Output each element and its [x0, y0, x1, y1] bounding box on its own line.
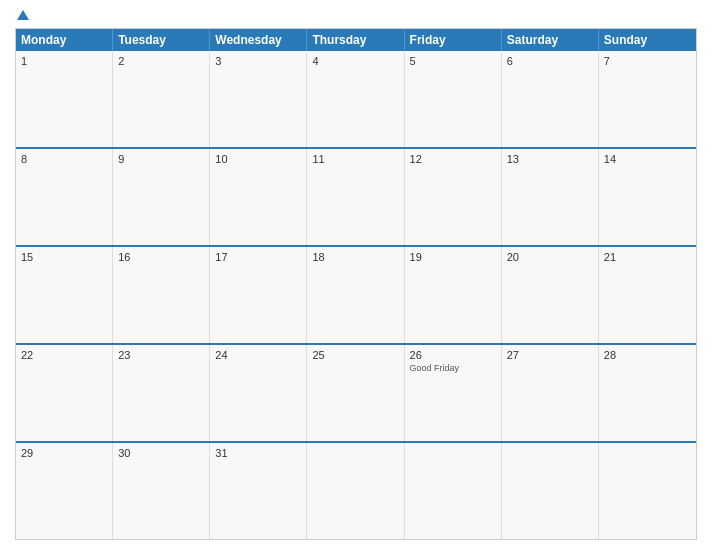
calendar-cell: 17: [210, 247, 307, 343]
calendar-cell: 18: [307, 247, 404, 343]
calendar-cell: 16: [113, 247, 210, 343]
calendar-cell: 8: [16, 149, 113, 245]
calendar-cell: 26Good Friday: [405, 345, 502, 441]
calendar-cell: 27: [502, 345, 599, 441]
day-number: 27: [507, 349, 593, 361]
day-number: 8: [21, 153, 107, 165]
day-number: 13: [507, 153, 593, 165]
day-number: 11: [312, 153, 398, 165]
day-number: 5: [410, 55, 496, 67]
day-number: 18: [312, 251, 398, 263]
day-number: 30: [118, 447, 204, 459]
day-number: 14: [604, 153, 691, 165]
calendar-cell: 30: [113, 443, 210, 539]
header-day-sunday: Sunday: [599, 29, 696, 51]
calendar-week-1: 1234567: [16, 51, 696, 147]
calendar-cell: 19: [405, 247, 502, 343]
day-number: 29: [21, 447, 107, 459]
header-day-wednesday: Wednesday: [210, 29, 307, 51]
calendar-cell: 31: [210, 443, 307, 539]
day-number: 6: [507, 55, 593, 67]
page: MondayTuesdayWednesdayThursdayFridaySatu…: [0, 0, 712, 550]
logo-triangle-icon: [17, 10, 29, 20]
calendar-cell: 1: [16, 51, 113, 147]
day-number: 25: [312, 349, 398, 361]
day-number: 15: [21, 251, 107, 263]
calendar-week-5: 293031: [16, 441, 696, 539]
calendar-cell: [502, 443, 599, 539]
calendar-cell: 24: [210, 345, 307, 441]
day-number: 10: [215, 153, 301, 165]
day-number: 23: [118, 349, 204, 361]
calendar-cell: 21: [599, 247, 696, 343]
calendar-cell: 15: [16, 247, 113, 343]
header: [15, 10, 697, 20]
calendar-cell: [307, 443, 404, 539]
calendar-cell: 5: [405, 51, 502, 147]
calendar-cell: 10: [210, 149, 307, 245]
calendar-cell: 13: [502, 149, 599, 245]
day-number: 16: [118, 251, 204, 263]
calendar-cell: 7: [599, 51, 696, 147]
header-day-friday: Friday: [405, 29, 502, 51]
day-number: 1: [21, 55, 107, 67]
calendar-cell: 20: [502, 247, 599, 343]
day-number: 22: [21, 349, 107, 361]
header-day-saturday: Saturday: [502, 29, 599, 51]
header-day-thursday: Thursday: [307, 29, 404, 51]
calendar-cell: 29: [16, 443, 113, 539]
day-number: 24: [215, 349, 301, 361]
calendar-cell: 12: [405, 149, 502, 245]
calendar-cell: [599, 443, 696, 539]
calendar-body: 1234567891011121314151617181920212223242…: [16, 51, 696, 539]
header-day-monday: Monday: [16, 29, 113, 51]
day-number: 7: [604, 55, 691, 67]
day-number: 12: [410, 153, 496, 165]
day-number: 26: [410, 349, 496, 361]
calendar-cell: 3: [210, 51, 307, 147]
calendar-cell: 14: [599, 149, 696, 245]
day-number: 19: [410, 251, 496, 263]
calendar-cell: 2: [113, 51, 210, 147]
day-number: 3: [215, 55, 301, 67]
day-number: 28: [604, 349, 691, 361]
calendar: MondayTuesdayWednesdayThursdayFridaySatu…: [15, 28, 697, 540]
day-number: 4: [312, 55, 398, 67]
calendar-week-2: 891011121314: [16, 147, 696, 245]
calendar-cell: 23: [113, 345, 210, 441]
logo: [15, 10, 29, 20]
day-number: 17: [215, 251, 301, 263]
holiday-label: Good Friday: [410, 363, 496, 374]
calendar-week-3: 15161718192021: [16, 245, 696, 343]
calendar-cell: 4: [307, 51, 404, 147]
calendar-cell: [405, 443, 502, 539]
day-number: 9: [118, 153, 204, 165]
calendar-cell: 9: [113, 149, 210, 245]
header-day-tuesday: Tuesday: [113, 29, 210, 51]
calendar-cell: 11: [307, 149, 404, 245]
calendar-week-4: 2223242526Good Friday2728: [16, 343, 696, 441]
day-number: 20: [507, 251, 593, 263]
day-number: 31: [215, 447, 301, 459]
calendar-cell: 25: [307, 345, 404, 441]
day-number: 2: [118, 55, 204, 67]
calendar-cell: 28: [599, 345, 696, 441]
calendar-header: MondayTuesdayWednesdayThursdayFridaySatu…: [16, 29, 696, 51]
calendar-cell: 6: [502, 51, 599, 147]
calendar-cell: 22: [16, 345, 113, 441]
day-number: 21: [604, 251, 691, 263]
